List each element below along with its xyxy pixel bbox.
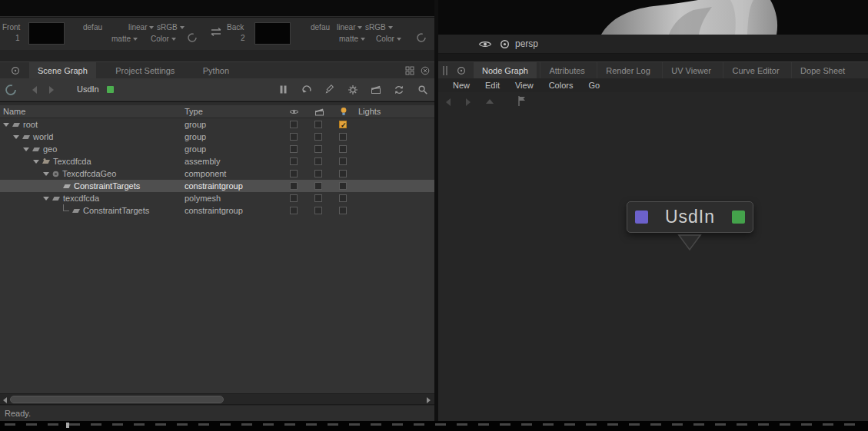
table-row-selected[interactable]: ConstraintTargets constraintgroup — [0, 180, 434, 192]
scroll-right-button[interactable] — [424, 394, 434, 406]
tab-attributes[interactable]: Attributes — [540, 62, 593, 78]
tab-scene-graph[interactable]: Scene Graph — [29, 62, 96, 79]
lights-working-set-checkbox[interactable] — [339, 157, 347, 165]
table-row[interactable]: ConstraintTargets constraintgroup — [0, 204, 434, 217]
render-working-set-checkbox[interactable] — [314, 170, 322, 177]
front-display-dropdown[interactable]: sRGB — [157, 23, 185, 31]
back-arrow-icon[interactable] — [32, 86, 37, 94]
flag-icon[interactable] — [517, 95, 527, 107]
menu-colors[interactable]: Colors — [542, 81, 580, 90]
back-matte-dropdown[interactable]: matte — [339, 35, 365, 43]
front-matte-dropdown[interactable]: matte — [111, 35, 138, 43]
expander-icon[interactable] — [23, 148, 29, 151]
pencil-icon[interactable] — [324, 85, 334, 94]
undo-icon[interactable] — [301, 85, 312, 95]
front-layer-swatch[interactable] — [28, 22, 65, 45]
liveness-swirl-icon[interactable] — [5, 84, 17, 96]
refresh-icon[interactable] — [394, 85, 404, 95]
render-working-set-checkbox[interactable] — [314, 194, 322, 202]
lights-working-set-checkbox[interactable] — [339, 145, 347, 153]
back-colorspace-dropdown[interactable]: defau — [311, 23, 330, 31]
table-row[interactable]: TexcdfcdaGeo component — [0, 167, 434, 180]
tab-python[interactable]: Python — [195, 62, 238, 79]
nav-up-icon[interactable] — [486, 99, 494, 104]
render-working-set-checkbox[interactable] — [314, 121, 322, 128]
front-view-dropdown[interactable]: linear — [128, 23, 154, 31]
scroll-left-button[interactable] — [0, 394, 10, 406]
layout-grid-icon[interactable] — [405, 66, 414, 75]
nav-back-icon[interactable] — [446, 98, 451, 106]
expander-icon[interactable] — [43, 172, 49, 176]
back-display-dropdown[interactable]: sRGB — [365, 23, 393, 31]
render-working-set-checkbox[interactable] — [314, 157, 322, 165]
camera-name-label[interactable]: persp — [515, 38, 538, 49]
forward-arrow-icon[interactable] — [49, 86, 54, 94]
tab-project-settings[interactable]: Project Settings — [107, 62, 183, 79]
node-output-port-icon[interactable] — [677, 234, 703, 252]
eye-icon[interactable] — [478, 39, 492, 49]
table-row[interactable]: geo group — [0, 143, 434, 155]
tab-dope-sheet[interactable]: Dope Sheet — [791, 62, 853, 78]
pane-circle-icon[interactable] — [11, 66, 20, 75]
viewer-visibility-checkbox[interactable] — [290, 207, 298, 214]
search-icon[interactable] — [417, 85, 428, 95]
tab-render-log[interactable]: Render Log — [597, 62, 659, 78]
viewer-visibility-checkbox[interactable] — [290, 121, 298, 128]
tab-node-graph[interactable]: Node Graph — [474, 62, 537, 78]
table-row[interactable]: texcdfcda polymesh — [0, 192, 434, 204]
menu-new[interactable]: New — [446, 81, 477, 90]
menu-view[interactable]: View — [508, 81, 540, 90]
pane-circle-icon[interactable] — [457, 66, 466, 75]
viewer-visibility-checkbox[interactable] — [290, 182, 298, 190]
drag-handle-icon[interactable] — [442, 66, 448, 75]
front-colorspace-dropdown[interactable]: defau — [83, 23, 102, 31]
viewer-visibility-checkbox[interactable] — [290, 170, 298, 177]
light-icon[interactable] — [338, 106, 349, 117]
node-edit-flag-port[interactable] — [732, 211, 745, 224]
menu-go[interactable]: Go — [581, 81, 607, 90]
back-layer-swatch[interactable] — [254, 22, 291, 45]
front-channel-dropdown[interactable]: Color — [151, 35, 176, 43]
lights-working-set-checkbox[interactable] — [339, 182, 347, 190]
node-input-port[interactable] — [635, 211, 648, 224]
expander-icon[interactable] — [33, 160, 39, 164]
eye-icon[interactable] — [289, 107, 299, 117]
tab-curve-editor[interactable]: Curve Editor — [723, 62, 787, 78]
swirl-icon[interactable] — [187, 32, 198, 43]
close-icon[interactable] — [421, 66, 430, 75]
pause-icon[interactable] — [278, 85, 288, 94]
menu-edit[interactable]: Edit — [478, 81, 507, 90]
viewer-visibility-checkbox[interactable] — [290, 157, 298, 165]
slate-icon[interactable] — [371, 85, 381, 94]
gear-icon[interactable] — [348, 85, 358, 95]
tab-uv-viewer[interactable]: UV Viewer — [662, 62, 720, 78]
lights-working-set-checkbox[interactable] — [339, 121, 347, 128]
lights-working-set-checkbox[interactable] — [339, 207, 347, 214]
table-row[interactable]: root group — [0, 118, 434, 131]
expander-icon[interactable] — [3, 123, 9, 127]
expander-icon[interactable] — [43, 197, 49, 201]
nav-forward-icon[interactable] — [466, 98, 471, 106]
viewer-visibility-checkbox[interactable] — [290, 194, 298, 202]
camera-target-icon[interactable] — [500, 39, 510, 49]
usdin-node[interactable]: UsdIn — [627, 201, 753, 233]
back-view-dropdown[interactable]: linear — [337, 23, 362, 31]
lights-working-set-checkbox[interactable] — [339, 194, 347, 202]
lights-working-set-checkbox[interactable] — [339, 170, 347, 177]
viewer-visibility-checkbox[interactable] — [290, 133, 298, 141]
expander-icon[interactable] — [13, 135, 19, 139]
lights-working-set-checkbox[interactable] — [339, 133, 347, 141]
current-frame-marker[interactable] — [66, 423, 69, 428]
viewer-visibility-checkbox[interactable] — [290, 145, 298, 153]
scrollbar-thumb[interactable] — [10, 396, 224, 403]
table-row[interactable]: world group — [0, 131, 434, 143]
render-working-set-checkbox[interactable] — [314, 133, 322, 141]
table-row[interactable]: Texcdfcda assembly — [0, 155, 434, 167]
clapper-icon[interactable] — [314, 107, 324, 117]
swirl-icon[interactable] — [416, 32, 427, 43]
back-channel-dropdown[interactable]: Color — [376, 35, 401, 43]
viewer-viewport[interactable] — [438, 0, 868, 35]
horizontal-scrollbar[interactable] — [0, 393, 434, 405]
render-working-set-checkbox[interactable] — [314, 182, 322, 190]
render-working-set-checkbox[interactable] — [314, 145, 322, 153]
